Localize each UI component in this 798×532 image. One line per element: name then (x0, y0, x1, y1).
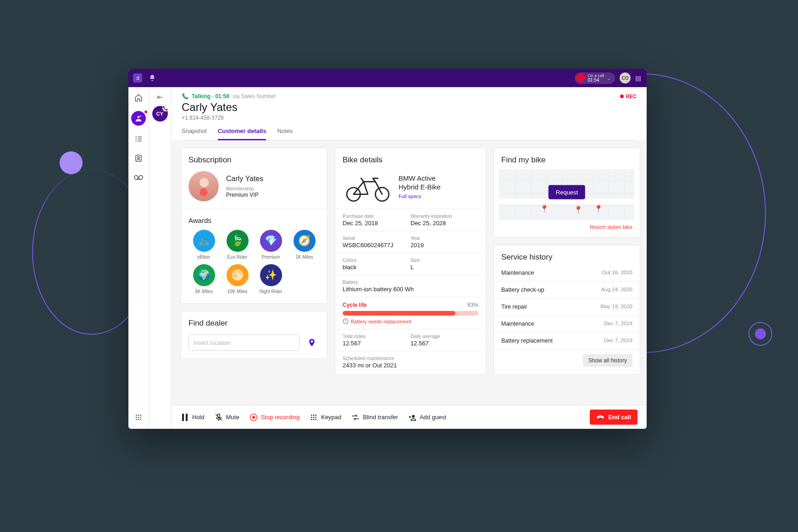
map[interactable]: 📍 📍 📍 Request (499, 169, 634, 220)
report-stolen-link[interactable]: Report stolen bike (590, 224, 632, 230)
award-icon: 💎 (260, 230, 282, 252)
svg-point-11 (136, 419, 137, 420)
titlebar: :t 📞 On a call 01:54 ⌄ CO ▤ (128, 69, 647, 87)
request-button[interactable]: Request (549, 185, 585, 199)
nav-agent[interactable] (131, 111, 146, 126)
card-title: Subscription (188, 155, 320, 165)
svg-point-10 (140, 417, 141, 418)
svg-point-30 (412, 415, 415, 417)
collapse-icon[interactable]: ⇤ (157, 93, 163, 101)
svg-point-3 (134, 176, 138, 179)
card-title: Service history (501, 253, 632, 262)
svg-point-29 (316, 419, 317, 420)
blind-transfer-button[interactable]: Blind transfer (351, 413, 398, 421)
award-icon: 🌕 (227, 264, 249, 286)
service-date: Out 16, 2020 (602, 270, 633, 276)
award-label: 1K Miles (295, 255, 313, 260)
conversation-item[interactable]: CY 📞 (152, 106, 168, 122)
service-history-card: Service history MaintenanceOut 16, 2020B… (493, 245, 640, 375)
stop-recording-button[interactable]: Stop recording (249, 413, 300, 421)
call-timer: 01:58 (215, 93, 229, 100)
award-label: eBiker (197, 255, 210, 260)
awards-title: Awards (188, 216, 320, 224)
bike-details-card: Bike details BMW ActiveHybrid E-Bike Ful… (335, 148, 486, 375)
find-my-bike-card: Find my bike 📍 📍 📍 Request Report stolen… (493, 148, 640, 238)
service-date: Dec 7, 2019 (604, 338, 632, 344)
customer-phone: +1 814-458-3728 (182, 115, 637, 121)
award-icon: 🌍 (193, 264, 215, 286)
call-indicator-icon: 📞 (162, 105, 169, 111)
show-all-history-button[interactable]: Show all history (583, 354, 632, 367)
user-avatar[interactable]: CO (620, 72, 631, 83)
svg-point-9 (138, 417, 139, 418)
conversation-initials: CY (156, 111, 163, 116)
on-call-pill[interactable]: 📞 On a call 01:54 ⌄ (575, 72, 615, 84)
nav-home[interactable] (133, 92, 144, 104)
award-label: 10K Miles (227, 289, 248, 294)
end-call-button[interactable]: End call (590, 410, 637, 425)
chevron-down-icon: ⌄ (607, 76, 610, 81)
award-icon: 🧭 (294, 230, 316, 252)
service-history-item[interactable]: MaintenanceOut 16, 2020 (494, 265, 640, 282)
svg-point-22 (313, 415, 315, 416)
service-date: Dec 7, 2019 (604, 321, 632, 327)
recording-badge: REC (620, 94, 637, 99)
phone-icon: 📞 (575, 72, 587, 83)
stop-icon (249, 413, 258, 421)
app-logo[interactable]: :t (133, 73, 142, 83)
add-guest-button[interactable]: Add guest (408, 413, 447, 421)
find-dealer-card: Find dealer (181, 311, 327, 359)
award-label: Night Rider (259, 289, 282, 294)
svg-point-0 (137, 116, 139, 118)
svg-point-28 (313, 419, 315, 420)
card-title: Bike details (343, 155, 478, 165)
bike-name: BMW ActiveHybrid E-Bike (399, 174, 441, 192)
full-specs-link[interactable]: Full specs (399, 194, 421, 199)
svg-point-6 (138, 415, 139, 416)
svg-rect-20 (252, 416, 255, 418)
call-state: Talking (192, 93, 211, 100)
customer-name: Carly Yates (182, 101, 637, 114)
award-icon: ✨ (260, 264, 282, 286)
conversation-list: ⇤ CY 📞 (149, 87, 172, 429)
service-name: Tire repair (501, 304, 527, 310)
panel-toggle-icon[interactable]: ▤ (635, 74, 641, 82)
award-badge: 🌕10K Miles (223, 264, 252, 294)
nav-rail (128, 87, 149, 429)
award-label: Premium (261, 255, 280, 260)
hold-button[interactable]: Hold (181, 413, 205, 421)
service-name: Battery check-up (501, 287, 544, 293)
tab-snapshot[interactable]: Snapshot (182, 127, 207, 140)
service-history-item[interactable]: MaintenanceDec 7, 2019 (494, 316, 640, 332)
svg-rect-18 (186, 414, 188, 421)
nav-apps[interactable] (133, 411, 144, 423)
oncall-timer: 01:54 (587, 78, 604, 83)
service-history-item[interactable]: Battery check-upAug 24, 2020 (494, 282, 640, 299)
bell-icon[interactable] (149, 74, 156, 82)
tab-customer-details[interactable]: Customer details (218, 127, 266, 140)
svg-point-2 (137, 156, 139, 159)
mute-button[interactable]: Mute (215, 413, 239, 421)
header: Talking · 01:58 via Sales Number REC Car… (172, 87, 647, 140)
tab-notes[interactable]: Notes (277, 127, 293, 140)
customer-avatar (188, 171, 219, 201)
svg-point-13 (140, 419, 141, 420)
service-history-item[interactable]: Tire repairMay 19, 2020 (494, 299, 640, 316)
award-label: 5K Miles (195, 289, 212, 294)
service-history-item[interactable]: Battery replacementDec 7, 2019 (494, 332, 640, 349)
mic-off-icon (215, 413, 223, 421)
pause-icon (181, 413, 189, 421)
nav-queue[interactable] (133, 133, 144, 145)
svg-point-23 (316, 415, 317, 416)
award-badge: 🌍5K Miles (189, 264, 219, 294)
keypad-button[interactable]: Keypad (310, 413, 341, 421)
nav-contacts[interactable] (133, 152, 144, 164)
nav-voicemail[interactable] (133, 172, 144, 183)
location-pin-icon[interactable] (304, 335, 320, 350)
svg-point-27 (311, 419, 312, 420)
svg-point-12 (138, 419, 139, 420)
svg-point-26 (316, 416, 317, 418)
svg-point-7 (140, 415, 141, 416)
dealer-location-input[interactable] (188, 334, 299, 351)
keypad-icon (310, 413, 318, 421)
